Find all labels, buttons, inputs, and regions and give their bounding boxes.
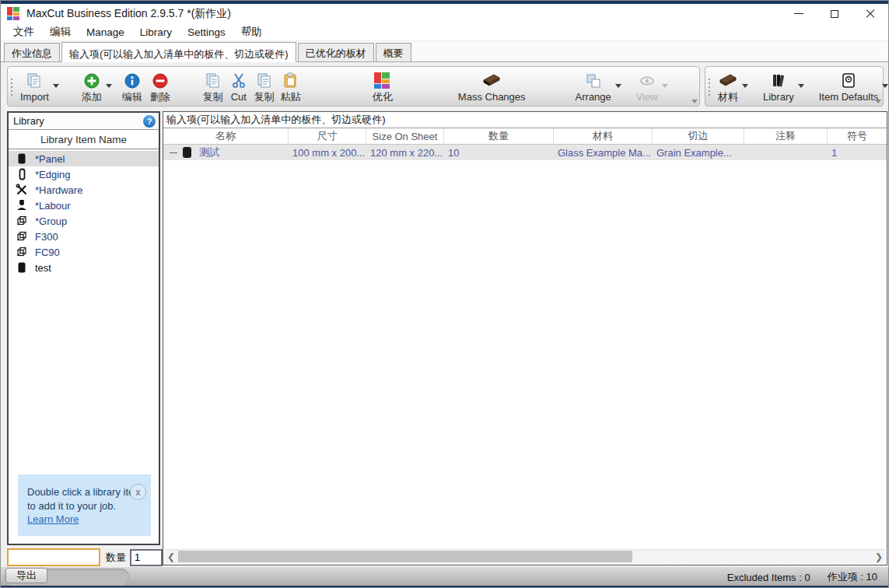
tab-job-info[interactable]: 作业信息 xyxy=(4,43,60,61)
paste-label: 粘贴 xyxy=(281,91,301,103)
row-collapse-icon[interactable] xyxy=(170,152,177,153)
column-header-material[interactable]: 材料 xyxy=(554,128,653,144)
edit-label: 编辑 xyxy=(122,91,142,103)
horizontal-scrollbar[interactable]: ❮ ❯ xyxy=(165,549,885,563)
column-header-size[interactable]: 尺寸 xyxy=(289,128,366,144)
toolbar-row: Import 添加 编辑 删除 xyxy=(1,62,888,108)
help-icon[interactable]: ? xyxy=(143,115,156,128)
library-item-labour[interactable]: *Labour xyxy=(9,198,159,213)
scroll-left-icon[interactable]: ❮ xyxy=(165,550,177,563)
optimize-button[interactable]: 优化 xyxy=(369,68,396,104)
add-dropdown-icon[interactable] xyxy=(106,84,112,88)
duplicate-button[interactable]: 复制 xyxy=(200,68,226,104)
input-items-caption: 输入项(可以输入加入清单中的板件、切边或硬件) xyxy=(163,112,887,128)
cut-button[interactable]: Cut xyxy=(226,68,251,104)
menu-settings[interactable]: Settings xyxy=(180,25,233,40)
export-button[interactable]: 导出 xyxy=(5,568,47,583)
library-dropdown-icon[interactable] xyxy=(798,84,804,88)
materials-dropdown-icon[interactable] xyxy=(742,84,748,88)
column-header-notes[interactable]: 注释 xyxy=(744,128,828,144)
copy-button[interactable]: 复制 xyxy=(251,68,278,104)
edit-button[interactable]: 编辑 xyxy=(119,68,145,104)
library-item-f300[interactable]: F300 xyxy=(9,229,159,244)
close-icon xyxy=(866,9,875,19)
duplicate-label: 复制 xyxy=(203,91,223,103)
table-row[interactable]: 测試 100 mm x 200... 120 mm x 220... 10 Gl… xyxy=(163,145,887,160)
library-item-label: FC90 xyxy=(35,247,60,258)
column-header-symbol[interactable]: 符号 xyxy=(828,128,887,144)
column-header-size-on-sheet[interactable]: Size On Sheet xyxy=(366,128,444,144)
library-item-group[interactable]: *Group xyxy=(9,213,159,229)
scrollbar-thumb[interactable] xyxy=(178,551,632,562)
add-button[interactable]: 添加 xyxy=(79,68,113,104)
group-cube-icon xyxy=(16,246,28,258)
maximize-button[interactable] xyxy=(817,4,852,23)
window-controls xyxy=(781,4,888,23)
import-dropdown-icon[interactable] xyxy=(53,84,59,88)
toolbar-overflow-icon[interactable] xyxy=(691,100,698,103)
materials-button[interactable]: 材料 xyxy=(715,68,749,104)
board-icon xyxy=(481,71,502,91)
cell-quantity: 10 xyxy=(444,145,554,160)
library-column-header[interactable]: Library Item Name xyxy=(9,130,159,149)
tip-text: Double click a library item to add it to… xyxy=(27,486,142,512)
tab-summary[interactable]: 概要 xyxy=(376,43,411,61)
item-defaults-dropdown-icon[interactable] xyxy=(882,84,888,88)
library-item-test[interactable]: test xyxy=(9,260,159,275)
delete-label: 删除 xyxy=(150,91,170,103)
optimize-label: 优化 xyxy=(373,91,393,103)
item-defaults-label: Item Defaults xyxy=(819,91,879,103)
paste-clipboard-icon xyxy=(282,71,300,91)
toolbar-grip[interactable] xyxy=(708,78,711,96)
library-item-label: test xyxy=(35,262,51,274)
excluded-items-status: Excluded Items : 0 xyxy=(727,572,810,583)
copy-label: 复制 xyxy=(254,91,275,103)
minimize-icon xyxy=(794,13,803,14)
library-search-input[interactable] xyxy=(7,548,100,566)
menu-manage[interactable]: Manage xyxy=(79,25,132,40)
menu-edit[interactable]: 编辑 xyxy=(42,23,79,40)
group-cube-icon xyxy=(16,215,28,227)
quantity-input[interactable] xyxy=(130,549,163,566)
minimize-button[interactable] xyxy=(781,4,817,23)
paste-button[interactable]: 粘贴 xyxy=(278,68,304,104)
tab-optimized-sheets[interactable]: 已优化的板材 xyxy=(298,43,374,61)
input-items-panel: 输入项(可以输入加入清单中的板件、切边或硬件) 名称 尺寸 Size On Sh… xyxy=(163,111,887,565)
arrange-dropdown-icon[interactable] xyxy=(615,84,621,88)
column-header-quantity[interactable]: 数量 xyxy=(444,128,554,144)
main-toolbar: Import 添加 编辑 删除 xyxy=(7,66,700,107)
library-item-fc90[interactable]: FC90 xyxy=(9,244,159,260)
column-header-name[interactable]: 名称 xyxy=(163,128,289,144)
library-panel-title: Library xyxy=(13,115,143,127)
cut-label: Cut xyxy=(231,91,247,103)
library-tip-box: Double click a library item to add it to… xyxy=(18,474,151,536)
menu-help[interactable]: 帮助 xyxy=(233,23,270,40)
close-button[interactable] xyxy=(852,4,888,23)
cell-edging: Grain Example... xyxy=(653,145,744,160)
status-right: Excluded Items : 0 作业项 : 10 xyxy=(710,570,888,584)
arrange-button[interactable]: Arrange xyxy=(572,68,622,104)
item-defaults-gear-icon xyxy=(839,71,858,91)
import-label: Import xyxy=(20,91,49,103)
library-item-hardware[interactable]: *Hardware xyxy=(9,182,159,198)
tab-input-items[interactable]: 输入项(可以输入加入清单中的板件、切边或硬件) xyxy=(61,42,296,62)
toolbar-overflow-icon[interactable] xyxy=(875,100,881,103)
panel-icon xyxy=(183,147,191,158)
app-logo-icon xyxy=(7,7,20,20)
arrange-squares-icon xyxy=(584,71,603,91)
library-item-panel[interactable]: *Panel xyxy=(9,151,159,166)
scroll-right-icon[interactable]: ❯ xyxy=(873,550,885,563)
mass-changes-button[interactable]: Mass Changes xyxy=(455,68,529,104)
add-label: 添加 xyxy=(82,91,102,103)
copy-pages-icon xyxy=(255,71,274,91)
delete-button[interactable]: 删除 xyxy=(147,68,173,104)
menu-file[interactable]: 文件 xyxy=(5,23,42,40)
column-header-edging[interactable]: 切边 xyxy=(653,128,744,144)
library-item-edging[interactable]: *Edging xyxy=(9,166,159,182)
menu-library[interactable]: Library xyxy=(132,25,180,40)
learn-more-link[interactable]: Learn More xyxy=(27,513,79,525)
library-button[interactable]: Library xyxy=(760,68,805,104)
toolbar-grip[interactable] xyxy=(10,78,13,96)
tip-close-icon[interactable]: x xyxy=(130,484,146,500)
import-button[interactable]: Import xyxy=(17,68,60,104)
